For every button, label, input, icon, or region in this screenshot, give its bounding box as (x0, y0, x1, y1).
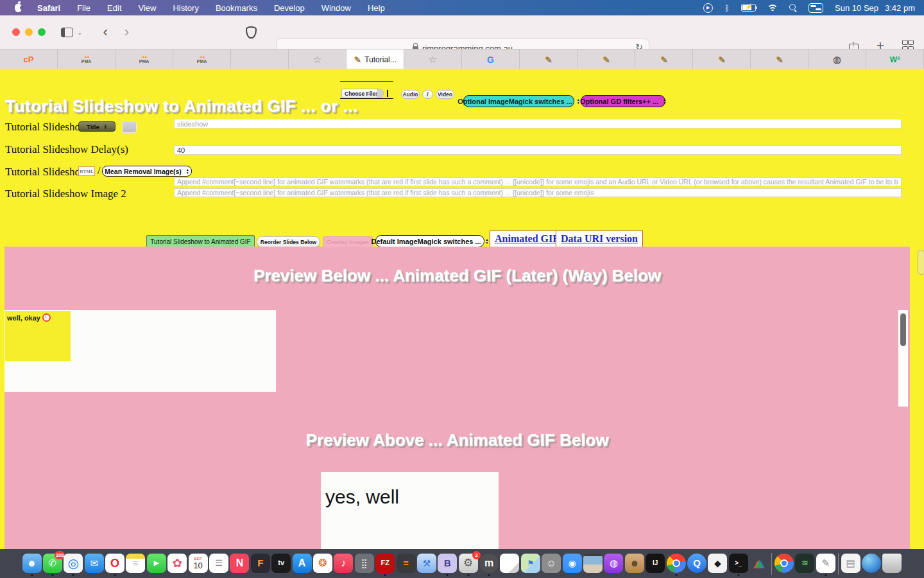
tab-pencil-13[interactable]: ✎ (751, 49, 809, 69)
now-playing-icon[interactable]: ▶ (703, 3, 713, 13)
wifi-icon[interactable] (767, 4, 778, 12)
tab-pencil-10[interactable]: ✎ (578, 49, 635, 69)
tab-google-8[interactable]: G (462, 49, 520, 69)
dock-palette-app[interactable]: ❂ (312, 552, 332, 576)
imagemagick-switches-select[interactable]: Optional ImageMagick switches ... (463, 95, 574, 107)
dock-documents-stack[interactable]: ▤ (841, 552, 860, 576)
tab-star-7[interactable]: ☆ (404, 49, 462, 69)
menu-help[interactable]: Help (368, 3, 385, 13)
tab-pencil-9[interactable]: ✎ (520, 49, 578, 69)
slash-button[interactable]: / (422, 90, 433, 99)
tab-active-tutorial[interactable]: ✎Tutorial... (346, 49, 404, 69)
back-button[interactable]: ‹ (103, 24, 107, 40)
battery-icon[interactable]: ⚡ (741, 4, 756, 12)
tab-w3-15[interactable]: W³ (866, 49, 924, 69)
dock-preview-app[interactable] (583, 552, 603, 576)
dock-finder[interactable]: ☻ (22, 552, 42, 576)
dock-triangle-app[interactable]: ▲ (749, 552, 769, 576)
image2-input[interactable] (174, 188, 902, 197)
dock-chrome-window[interactable] (774, 552, 794, 576)
menu-bookmarks[interactable]: Bookmarks (216, 3, 257, 13)
menu-file[interactable]: File (77, 3, 90, 13)
close-window-button[interactable] (12, 28, 20, 36)
animated-gif-link[interactable]: Animated GIF (495, 233, 559, 245)
data-uri-link[interactable]: Data URI version (561, 233, 638, 245)
image1-input[interactable] (174, 177, 902, 186)
menu-history[interactable]: History (173, 3, 198, 13)
dock-launchpad[interactable]: ⣿ (354, 552, 374, 576)
tab-star-5[interactable]: ☆ (289, 49, 346, 69)
delay-input[interactable] (174, 145, 902, 155)
dock-messages[interactable]: ✆108 (42, 552, 62, 576)
choose-files-button[interactable]: Choose Files (341, 89, 384, 98)
dock-music[interactable]: ♪ (334, 552, 354, 576)
tab-gauge-14[interactable]: ◍ (809, 49, 866, 69)
dock-filezilla[interactable]: FZ (375, 552, 395, 576)
dock-podcasts[interactable]: ◍ (604, 552, 624, 576)
tab-cp-0[interactable]: cP (0, 49, 58, 69)
dock-contacts[interactable]: ☻ (624, 552, 644, 576)
menu-window[interactable]: Window (321, 3, 351, 13)
dock-network-globe[interactable] (861, 552, 881, 576)
bluetooth-icon[interactable]: ᛒ (724, 3, 730, 13)
inner-scrollbar-thumb[interactable] (900, 313, 906, 346)
dock-mail[interactable]: ✉ (84, 552, 104, 576)
tab-pencil-11[interactable]: ✎ (635, 49, 693, 69)
dock-reminders[interactable]: ☰ (209, 552, 229, 576)
slideshow-title-input[interactable] (174, 119, 902, 128)
dock-app-store[interactable]: A (292, 552, 312, 576)
dock-firefox[interactable]: F (250, 552, 270, 576)
menu-edit[interactable]: Edit (107, 3, 121, 13)
dock-m-app[interactable]: m (479, 552, 499, 576)
dock-chrome[interactable] (666, 552, 686, 576)
video-button[interactable]: Video (436, 90, 454, 99)
slide-thumbnail[interactable]: well, okay (5, 311, 71, 361)
sidebar-toggle-icon[interactable] (61, 28, 73, 37)
dock-maps[interactable]: ⚑ (520, 552, 540, 576)
minimize-window-button[interactable] (25, 28, 33, 36)
menu-clock[interactable]: Sun 10 Sep 3:42 pm (835, 3, 915, 13)
menu-develop[interactable]: Develop (274, 3, 305, 13)
dock-facetime[interactable]: ▶ (146, 552, 166, 576)
overlay-images-button[interactable]: Overlay Images (323, 236, 373, 247)
control-center-icon[interactable] (809, 3, 823, 13)
dock-intellij[interactable]: IJ (646, 552, 665, 576)
zoom-window-button[interactable] (38, 28, 46, 36)
reorder-slides-button[interactable]: Reorder Slides Below (257, 236, 320, 247)
dock-trash[interactable] (882, 552, 902, 576)
menu-safari[interactable]: Safari (37, 3, 60, 13)
default-imagemagick-select[interactable]: Default ImageMagick switches ... (375, 235, 484, 247)
spotlight-search-icon[interactable] (789, 4, 797, 12)
forward-button[interactable]: › (124, 24, 129, 40)
dock-bbedit[interactable]: B (438, 552, 458, 576)
inner-scrollbar-track[interactable] (898, 310, 908, 407)
tab-blank-4[interactable] (231, 49, 289, 69)
audio-button[interactable]: Audio (401, 90, 420, 99)
dock-textedit[interactable]: ✎ (816, 552, 835, 576)
menu-view[interactable]: View (139, 3, 157, 13)
dock-safari[interactable]: ◎ (64, 552, 83, 576)
tab-pma-2[interactable]: PMA (116, 49, 173, 69)
dock-zoom[interactable]: ◉ (562, 552, 582, 576)
apple-menu[interactable] (13, 4, 23, 12)
dock-apple-tv[interactable]: tv (271, 552, 291, 576)
tab-pma-3[interactable]: PMA (173, 49, 231, 69)
tab-pma-1[interactable]: PMA (58, 49, 116, 69)
dock-quicktime[interactable]: Q (687, 552, 707, 576)
window-scrollbar-thumb[interactable] (918, 250, 924, 275)
dock-gimp[interactable]: ☺ (542, 552, 561, 576)
privacy-shield-icon[interactable] (246, 26, 257, 39)
mean-removal-select[interactable]: Mean Removal Image(s) (102, 166, 192, 177)
dock-notes[interactable]: ≡ (126, 552, 146, 576)
dock-calculator[interactable]: = (396, 552, 416, 576)
color-swatch-button[interactable] (122, 121, 137, 133)
dock-calendar[interactable]: SEP10 (188, 552, 208, 576)
dock-inkscape[interactable]: ◆ (708, 552, 728, 576)
dock-libreoffice[interactable] (500, 552, 520, 576)
dock-terminal[interactable]: >_ (728, 552, 748, 576)
dock-opera[interactable]: O (105, 552, 125, 576)
tab-pencil-12[interactable]: ✎ (693, 49, 751, 69)
chevron-down-icon[interactable]: ⌄ (77, 29, 82, 36)
dock-system-settings[interactable]: ⚙2 (458, 552, 478, 576)
dock-emacs-window[interactable]: ≋ (795, 552, 815, 576)
